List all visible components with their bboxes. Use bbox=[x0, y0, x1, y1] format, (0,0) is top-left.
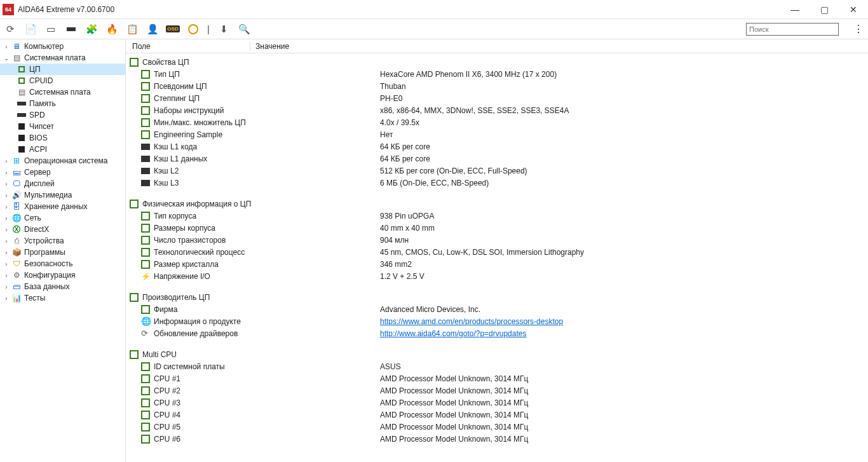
tree-item-мультимедиа[interactable]: ›🔊Мультимедиа bbox=[0, 189, 125, 201]
col-field[interactable]: Поле bbox=[126, 42, 250, 51]
db-icon: 🗃 bbox=[11, 282, 22, 292]
chevron-icon[interactable]: ⌄ bbox=[3, 55, 10, 62]
data-row[interactable]: 🌐Информация о продуктеhttps://www.amd.co… bbox=[126, 315, 868, 327]
tree-item-сеть[interactable]: ›🌐Сеть bbox=[0, 212, 125, 224]
chevron-icon[interactable]: › bbox=[3, 226, 10, 233]
tree-item-устройства[interactable]: ›⎙Устройства bbox=[0, 235, 125, 247]
refresh-button[interactable]: ⟳ bbox=[4, 23, 17, 36]
tree-item-цп[interactable]: ЦП bbox=[0, 64, 125, 75]
download-button[interactable]: ⬇ bbox=[217, 23, 230, 36]
chevron-icon[interactable]: › bbox=[3, 169, 10, 176]
data-row[interactable]: Размер кристалла346 mm2 bbox=[126, 258, 868, 270]
tree-item-память[interactable]: Память bbox=[0, 98, 125, 109]
data-row[interactable]: CPU #4AMD Processor Model Unknown, 3014 … bbox=[126, 409, 868, 421]
tree-item-label: Устройства bbox=[24, 236, 64, 245]
data-row[interactable]: Тип ЦПHexaCore AMD Phenom II X6, 3400 MH… bbox=[126, 68, 868, 80]
chevron-icon[interactable]: › bbox=[3, 203, 10, 210]
stress-button[interactable]: 🔥 bbox=[105, 23, 118, 36]
user-button[interactable]: 👤 bbox=[146, 23, 159, 36]
tree-item-программы[interactable]: ›📦Программы bbox=[0, 247, 125, 258]
tree-item-сервер[interactable]: ›🖴Сервер bbox=[0, 166, 125, 178]
data-row[interactable]: ⚡Напряжение I/O1.2 V + 2.5 V bbox=[126, 270, 868, 282]
row-field: Напряжение I/O bbox=[154, 272, 210, 281]
data-row[interactable]: CPU #1AMD Processor Model Unknown, 3014 … bbox=[126, 372, 868, 384]
tree-item-компьютер[interactable]: ›🖥Компьютер bbox=[0, 41, 125, 52]
network-icon[interactable]: 🧩 bbox=[85, 23, 98, 36]
tree-item-чипсет[interactable]: Чипсет bbox=[0, 121, 125, 132]
chevron-icon[interactable]: › bbox=[3, 295, 10, 302]
chevron-icon[interactable]: › bbox=[3, 261, 10, 268]
report-button[interactable]: 📄 bbox=[24, 23, 37, 36]
search-button[interactable]: 🔍 bbox=[238, 23, 250, 36]
memory-icon[interactable] bbox=[65, 23, 78, 36]
data-row[interactable]: ID системной платыASUS bbox=[126, 360, 868, 372]
chevron-icon[interactable]: › bbox=[3, 43, 10, 50]
mem-icon bbox=[17, 110, 27, 120]
chevron-icon[interactable]: › bbox=[3, 158, 10, 165]
data-row[interactable]: Число транзисторов904 млн bbox=[126, 234, 868, 246]
chip-icon bbox=[17, 144, 27, 154]
search-input[interactable] bbox=[746, 23, 839, 36]
tree-item-хранение-данных[interactable]: ›🗄Хранение данных bbox=[0, 201, 125, 212]
data-row[interactable]: Технологический процесс45 nm, CMOS, Cu, … bbox=[126, 246, 868, 258]
maximize-button[interactable]: ▢ bbox=[810, 0, 839, 19]
data-row[interactable]: Тип корпуса938 Pin uOPGA bbox=[126, 210, 868, 222]
data-row[interactable]: ФирмаAdvanced Micro Devices, Inc. bbox=[126, 303, 868, 315]
row-field: Фирма bbox=[154, 305, 177, 314]
chevron-icon[interactable]: › bbox=[3, 272, 10, 279]
data-row[interactable]: Размеры корпуса40 mm x 40 mm bbox=[126, 222, 868, 234]
tree-item-bios[interactable]: BIOS bbox=[0, 132, 125, 144]
row-field: Наборы инструкций bbox=[154, 106, 224, 115]
data-row[interactable]: Кэш L1 данных64 КБ per core bbox=[126, 153, 868, 165]
data-row[interactable]: Кэш L2512 КБ per core (On-Die, ECC, Full… bbox=[126, 165, 868, 177]
tree-item-база-данных[interactable]: ›🗃База данных bbox=[0, 281, 125, 292]
gauge-button[interactable] bbox=[187, 23, 200, 36]
tree-item-spd[interactable]: SPD bbox=[0, 109, 125, 121]
osd-button[interactable]: OSD bbox=[166, 23, 179, 36]
data-row[interactable]: ⟳Обновление драйверовhttp://www.aida64.c… bbox=[126, 327, 868, 339]
row-value: 64 КБ per core bbox=[380, 154, 430, 163]
data-row[interactable]: Мин./макс. множитель ЦП4.0x / 39.5x bbox=[126, 116, 868, 128]
data-row[interactable]: Наборы инструкцийx86, x86-64, MMX, 3DNow… bbox=[126, 104, 868, 116]
tree-item-тесты[interactable]: ›📊Тесты bbox=[0, 292, 125, 304]
tree-item-конфигурация[interactable]: ›⚙Конфигурация bbox=[0, 269, 125, 281]
tree-item-label: Конфигурация bbox=[24, 271, 76, 280]
data-row[interactable]: CPU #6AMD Processor Model Unknown, 3014 … bbox=[126, 433, 868, 445]
minimize-button[interactable]: — bbox=[780, 0, 810, 19]
tree-item-cpuid[interactable]: CPUID bbox=[0, 75, 125, 86]
row-value: 904 млн bbox=[380, 236, 409, 245]
link[interactable]: http://www.aida64.com/goto/?p=drvupdates bbox=[380, 329, 526, 338]
chevron-icon[interactable]: › bbox=[3, 215, 10, 222]
data-row[interactable]: Степпинг ЦПPH-E0 bbox=[126, 92, 868, 104]
menu-button[interactable]: ⋮ bbox=[853, 20, 864, 38]
data-row[interactable]: Кэш L36 МБ (On-Die, ECC, NB-Speed) bbox=[126, 177, 868, 189]
cpu-icon bbox=[17, 76, 27, 86]
tree-item-системная-плата[interactable]: ⌄▤Системная плата bbox=[0, 52, 125, 64]
chevron-icon[interactable]: › bbox=[3, 238, 10, 245]
data-row[interactable]: Engineering SampleНет bbox=[126, 128, 868, 140]
link[interactable]: https://www.amd.com/en/products/processo… bbox=[380, 317, 563, 326]
chevron-icon[interactable]: › bbox=[3, 192, 10, 199]
data-row[interactable]: CPU #3AMD Processor Model Unknown, 3014 … bbox=[126, 397, 868, 409]
chevron-icon[interactable]: › bbox=[3, 180, 10, 187]
row-field: CPU #6 bbox=[154, 435, 180, 444]
tree-item-безопасность[interactable]: ›🛡Безопасность bbox=[0, 258, 125, 269]
col-value[interactable]: Значение bbox=[250, 42, 868, 51]
close-button[interactable]: ✕ bbox=[839, 0, 868, 19]
row-value: HexaCore AMD Phenom II X6, 3400 MHz (17 … bbox=[380, 70, 557, 79]
chevron-icon[interactable]: › bbox=[3, 249, 10, 256]
tree-item-acpi[interactable]: ACPI bbox=[0, 144, 125, 155]
schedule-button[interactable]: 📋 bbox=[126, 23, 139, 36]
tree-item-операционная-система[interactable]: ›⊞Операционная система bbox=[0, 155, 125, 166]
tree-item-дисплей[interactable]: ›🖵Дисплей bbox=[0, 178, 125, 189]
data-row[interactable]: CPU #2AMD Processor Model Unknown, 3014 … bbox=[126, 384, 868, 397]
board-icon[interactable]: ▭ bbox=[44, 23, 57, 36]
tree-item-label: DirectX bbox=[24, 225, 49, 234]
data-row[interactable]: CPU #5AMD Processor Model Unknown, 3014 … bbox=[126, 421, 868, 433]
data-row[interactable]: Кэш L1 кода64 КБ per core bbox=[126, 140, 868, 153]
data-row[interactable]: Псевдоним ЦПThuban bbox=[126, 80, 868, 92]
chevron-icon[interactable]: › bbox=[3, 283, 10, 290]
tree-item-directx[interactable]: ›ⓍDirectX bbox=[0, 224, 125, 235]
tree-item-системная-плата[interactable]: ▤Системная плата bbox=[0, 86, 125, 98]
row-field: Обновление драйверов bbox=[154, 329, 238, 338]
